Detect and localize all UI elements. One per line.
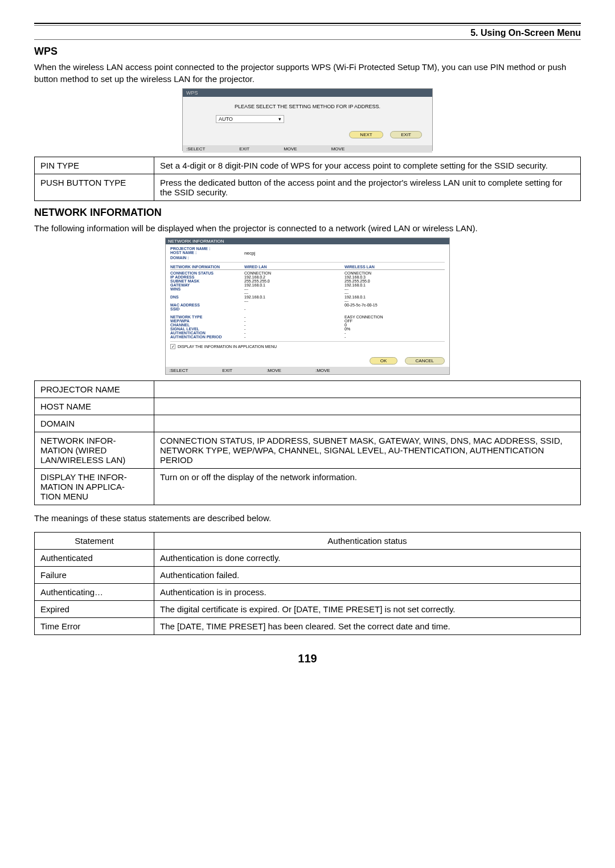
footer-move: :MOVE [315, 368, 330, 373]
footer-move: :MOVE [266, 368, 281, 373]
netinfo-table: PROJECTOR NAME HOST NAME DOMAIN NETWORK … [34, 380, 581, 505]
wps-next-button[interactable]: NEXT [349, 131, 383, 138]
net-wireless-val: 255.255.255.0 [345, 279, 445, 283]
status-note: The meanings of these status statements … [34, 513, 581, 523]
table-row: PROJECTOR NAME [35, 381, 581, 398]
wps-heading: WPS [34, 46, 581, 58]
net-row-label: CONNECTION STATUS [170, 271, 244, 275]
domain-label: DOMAIN : [170, 256, 244, 260]
table-header-row: Statement Authentication status [35, 533, 581, 550]
net-wired-val: 192.168.0.1 [244, 295, 345, 299]
table-row: NETWORK INFOR- MATION (WIRED LAN/WIRELES… [35, 432, 581, 469]
net-row-label: AUTHENTICATION PERIOD [170, 335, 244, 339]
status-val: The [DATE, TIME PRESET] has been cleared… [154, 618, 581, 635]
net-row-label: IP ADDRESS [170, 275, 244, 279]
checkbox-icon: ✓ [170, 344, 175, 349]
statement-header: Statement [35, 533, 154, 550]
footer-exit: EXIT [239, 146, 249, 152]
net-wireless-val: 192.168.0.3 [345, 275, 445, 279]
net-row-label [170, 299, 244, 303]
wps-row-val: Press the dedicated button of the access… [154, 174, 581, 201]
net-wireless-val: 00-25-5c-7c-00-15 [345, 303, 445, 307]
net-wired-val: - [244, 315, 345, 319]
status-key: Time Error [35, 618, 154, 635]
wps-mode-value: AUTO [219, 116, 233, 122]
net-wireless-val: --- [345, 291, 445, 295]
status-table: Statement Authentication status Authenti… [34, 532, 581, 635]
net-row-label: NETWORK TYPE [170, 315, 244, 319]
ok-button[interactable]: OK [370, 357, 398, 365]
net-wired-val: - [244, 307, 345, 311]
authstatus-header: Authentication status [154, 533, 581, 550]
net-wireless-val: - [345, 331, 445, 335]
net-wired-val: 192.168.0.2 [244, 275, 345, 279]
net-wireless-val: EASY CONNECTION [345, 315, 445, 319]
net-wired-val: - [244, 331, 345, 335]
netinfo-shot-footer: :SELECT EXIT :MOVE :MOVE [166, 367, 449, 374]
wps-table: PIN TYPE Set a 4-digit or 8 digit-PIN co… [34, 157, 581, 201]
page-number: 119 [34, 652, 581, 665]
status-key: Failure [35, 567, 154, 584]
status-val: The digital certificate is expired. Or [… [154, 601, 581, 618]
footer-move: MOVE [284, 146, 297, 152]
table-row: Authenticating…Authentication is in proc… [35, 584, 581, 601]
cell-val [154, 415, 581, 432]
net-wired-val: CONNECTION [244, 271, 345, 275]
status-key: Authenticated [35, 550, 154, 567]
netinfo-screenshot: NETWORK INFORMATION PROJECTOR NAME : HOS… [165, 238, 450, 375]
wps-row-key: PIN TYPE [35, 157, 154, 174]
net-row-label [170, 291, 244, 295]
status-val: Authentication is in process. [154, 584, 581, 601]
cell-key: PROJECTOR NAME [35, 381, 154, 398]
net-wireless-val: 192.168.0.1 [345, 283, 445, 287]
net-wireless-val: CONNECTION [345, 271, 445, 275]
cell-key: NETWORK INFOR- MATION (WIRED LAN/WIRELES… [35, 432, 154, 469]
net-wired-val: --- [244, 291, 345, 295]
proj-name-label: PROJECTOR NAME : [170, 247, 244, 251]
wps-shot-instruction: PLEASE SELECT THE SETTING METHOD FOR IP … [193, 104, 422, 109]
table-row: PUSH BUTTON TYPE Press the dedicated but… [35, 174, 581, 201]
wps-row-key: PUSH BUTTON TYPE [35, 174, 154, 201]
chevron-down-icon: ▾ [278, 116, 281, 122]
wireless-col-header: WIRELESS LAN [345, 265, 445, 270]
wps-exit-button[interactable]: EXIT [390, 131, 422, 138]
net-row-label: DNS [170, 295, 244, 299]
status-key: Authenticating… [35, 584, 154, 601]
display-info-checkbox[interactable]: ✓DISPLAY THE INFORMATION IN APPLICATION … [170, 344, 445, 349]
table-row: AuthenticatedAuthentication is done corr… [35, 550, 581, 567]
footer-move: MOVE [331, 146, 345, 152]
status-key: Expired [35, 601, 154, 618]
net-row-label [170, 311, 244, 315]
table-row: ExpiredThe digital certificate is expire… [35, 601, 581, 618]
status-val: Authentication is done correctly. [154, 550, 581, 567]
net-wireless-val: 0 [345, 323, 445, 327]
host-name-label: HOST NAME : [170, 251, 244, 256]
cancel-button[interactable]: CANCEL [405, 357, 445, 365]
netinfo-intro: The following information will be displa… [34, 222, 581, 234]
net-row-label: CHANNEL [170, 323, 244, 327]
chapter-title: 5. Using On-Screen Menu [34, 28, 581, 38]
net-wireless-val: --- [345, 287, 445, 291]
net-wired-val: 255.255.255.0 [244, 279, 345, 283]
net-row-label: MAC ADDRESS [170, 303, 244, 307]
net-row-label: GATEWAY [170, 283, 244, 287]
net-wireless-val: - [345, 335, 445, 339]
net-wireless-val [345, 307, 445, 311]
checkbox-label: DISPLAY THE INFORMATION IN APPLICATION M… [178, 345, 277, 349]
netinfo-section-label: NETWORK INFORMATION [170, 265, 244, 270]
net-wired-val: - [244, 327, 345, 331]
table-row: PIN TYPE Set a 4-digit or 8 digit-PIN co… [35, 157, 581, 174]
net-row-label: SSID [170, 307, 244, 311]
wps-intro: When the wireless LAN access point conne… [34, 61, 581, 85]
cell-key: DOMAIN [35, 415, 154, 432]
wps-mode-select[interactable]: AUTO ▾ [216, 115, 284, 123]
cell-val: Turn on or off the display of the networ… [154, 469, 581, 505]
net-wired-val [244, 303, 345, 307]
net-wireless-val: OFF [345, 319, 445, 323]
footer-select: :SELECT [169, 368, 188, 373]
net-wireless-val: 0% [345, 327, 445, 331]
table-row: FailureAuthentication failed. [35, 567, 581, 584]
net-wired-val [244, 311, 345, 315]
net-row-label: SUBNET MASK [170, 279, 244, 283]
net-wired-val: - [244, 323, 345, 327]
